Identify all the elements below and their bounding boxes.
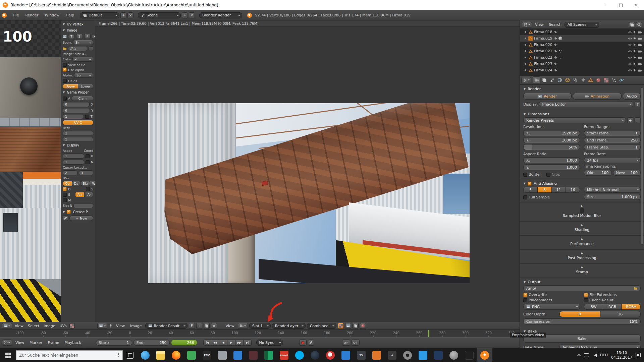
img-menu-image[interactable]: Image <box>128 323 144 329</box>
taskbar-app-downloader[interactable]: ↓ <box>384 348 400 362</box>
output-panel-header[interactable]: Output <box>523 279 641 285</box>
renderability-camera-icon[interactable] <box>638 56 642 60</box>
taskbar-app-gimp[interactable] <box>446 348 462 362</box>
display-rgba-toggle[interactable] <box>338 323 344 329</box>
tab-object-data[interactable] <box>587 76 594 84</box>
close-button[interactable]: × <box>629 0 644 10</box>
tray-language[interactable]: DEU <box>600 353 608 357</box>
tl-menu-playback[interactable]: Playback <box>62 340 83 346</box>
texture-thumb-concrete[interactable] <box>0 57 61 118</box>
alpha-mode-dropdown[interactable]: Str <box>74 73 93 78</box>
dash-checkbox[interactable] <box>63 187 67 191</box>
render-panel-header[interactable]: Render <box>523 86 641 92</box>
tab-texture[interactable] <box>602 76 610 84</box>
slot-name-field[interactable] <box>73 203 93 208</box>
renderability-camera-icon[interactable] <box>638 30 642 34</box>
pack-image-button[interactable] <box>204 323 210 329</box>
tab-particles[interactable] <box>610 76 618 84</box>
tab-modifiers[interactable] <box>579 76 587 84</box>
overwrite-checkbox[interactable] <box>523 293 527 297</box>
taskbar-app-settings-gear[interactable] <box>400 348 415 362</box>
display-z-toggle[interactable] <box>360 323 366 329</box>
channels-rgba-toggle[interactable]: RGBA <box>622 304 641 310</box>
selectability-cursor-icon[interactable] <box>633 68 637 72</box>
editor-type-button[interactable] <box>2 323 12 329</box>
aspect-y-field[interactable]: 1 <box>63 160 84 165</box>
uv-white-toggle[interactable]: Wh <box>90 181 95 186</box>
menu-file[interactable]: File <box>10 12 21 18</box>
taskbar-app-edge[interactable] <box>138 348 153 362</box>
modified-checkbox[interactable] <box>63 198 67 202</box>
view-as-render-checkbox[interactable] <box>63 63 67 67</box>
uv-menu-image[interactable]: Image <box>42 323 57 329</box>
microphone-icon[interactable] <box>117 353 120 357</box>
renderability-camera-icon[interactable] <box>638 68 642 72</box>
uv-coords-toggle[interactable]: UV C <box>63 120 93 125</box>
stamp-header[interactable]: Stamp <box>523 265 641 275</box>
compression-slider[interactable]: Compression:15% <box>523 318 641 324</box>
outliner-search-icon[interactable] <box>636 22 642 28</box>
colorspace-dropdown[interactable]: sR <box>72 57 93 62</box>
properties-scrollbar[interactable] <box>641 87 643 245</box>
current-frame-field[interactable]: 266 <box>171 340 197 346</box>
clamp-y-field[interactable]: 1 <box>63 137 93 142</box>
start-frame-field-props[interactable]: Start Frame:1 <box>584 130 641 136</box>
disclosure-dot[interactable] <box>525 63 526 65</box>
texture-preview-strip[interactable]: 100 <box>0 20 61 322</box>
reload-image-button[interactable] <box>89 46 93 51</box>
visibility-eye-icon[interactable] <box>628 56 632 60</box>
outliner-editor-type-button[interactable] <box>522 22 532 28</box>
render-pass-dropdown[interactable]: Combined <box>307 323 336 329</box>
display-alpha-toggle[interactable] <box>353 323 359 329</box>
image-name-field[interactable]: T <box>68 34 75 39</box>
minimize-button[interactable]: – <box>598 0 613 10</box>
disclosure-dot[interactable] <box>525 50 526 52</box>
play-button[interactable]: ▶ <box>227 340 235 346</box>
bake-mode-dropdown[interactable]: Ambient Occlusion <box>559 344 641 348</box>
panel-grease-pencil[interactable]: Grease P <box>63 209 93 215</box>
play-reverse-button[interactable]: ◀ <box>219 340 227 346</box>
source-dropdown[interactable]: Sin <box>73 40 93 45</box>
taskbar-app-excel[interactable] <box>261 348 276 362</box>
display-mode-dropdown[interactable]: Image Editor <box>539 101 633 107</box>
selectability-cursor-icon[interactable] <box>633 37 637 41</box>
selectability-cursor-icon[interactable] <box>633 43 637 47</box>
fake-user-button-2[interactable]: F <box>189 323 195 329</box>
taskbar-app-epic-games[interactable]: EPIC <box>199 348 215 362</box>
render-result-image[interactable] <box>148 103 470 283</box>
end-frame-field[interactable]: End:250 <box>133 340 170 346</box>
slot-dropdown[interactable]: Slot 1 <box>249 323 271 329</box>
animation-button[interactable]: Animation <box>573 93 621 100</box>
image-path-field[interactable]: //..\ <box>68 46 87 51</box>
border-checkbox[interactable] <box>523 173 527 177</box>
outliner-menu-search[interactable]: Search <box>547 22 564 27</box>
aa-samples-8[interactable]: 8 <box>538 187 552 193</box>
jump-to-start-button[interactable]: |◀ <box>203 340 211 346</box>
tray-expand-chevron-icon[interactable] <box>577 354 581 357</box>
taskbar-app-teamspeak[interactable]: TS <box>354 348 369 362</box>
texture-thumb-mixed[interactable] <box>0 172 61 208</box>
render-presets-dropdown[interactable]: Render Presets <box>523 117 626 123</box>
scene-dropdown[interactable]: Scene <box>138 12 181 18</box>
delete-layout-button[interactable]: × <box>127 12 133 18</box>
outliner-item[interactable]: Firma.021 <box>520 48 644 54</box>
outliner-item[interactable]: Firma.023 <box>520 61 644 67</box>
pin-icon[interactable] <box>109 324 113 328</box>
resolution-x-field[interactable]: X:1920 px <box>523 130 580 136</box>
angle-toggle[interactable]: An <box>75 192 84 197</box>
clamp-x-field[interactable]: 1 <box>63 131 93 136</box>
render-slot-icon-button[interactable] <box>238 323 248 329</box>
action-center-icon[interactable] <box>636 353 641 357</box>
delete-scene-button[interactable]: × <box>189 12 195 18</box>
motion-blur-header[interactable]: Sampled Motion Blur <box>523 203 641 219</box>
task-view-button[interactable] <box>127 352 133 359</box>
pivot-icon[interactable] <box>69 323 75 328</box>
uv-outline-toggle[interactable]: Ou <box>63 181 72 186</box>
maximize-button[interactable]: □ <box>613 0 629 10</box>
disclosure-dot[interactable] <box>525 69 526 71</box>
outliner-filter-button[interactable] <box>629 22 635 28</box>
timeline-editor-type-button[interactable] <box>2 340 12 346</box>
color-depth-8-toggle[interactable]: 8 <box>559 311 600 317</box>
tiles-x-field[interactable]: 0 <box>63 102 90 107</box>
speed-field[interactable]: 1 <box>63 114 84 119</box>
